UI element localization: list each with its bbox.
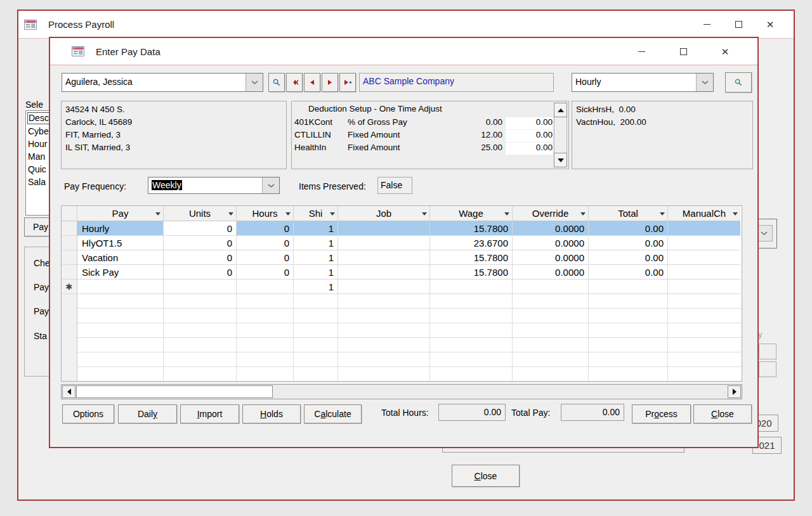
pay-type-search-button[interactable] (725, 72, 752, 93)
column-header-total[interactable]: Total (589, 206, 668, 221)
row-selector[interactable] (62, 265, 77, 280)
combo-dropdown-button[interactable] (246, 74, 263, 91)
column-dropdown-icon[interactable] (504, 212, 509, 216)
minimize-button[interactable] (620, 38, 662, 65)
grid-cell[interactable] (338, 221, 430, 236)
deduction-adjust-input[interactable]: 0.00 (506, 143, 553, 155)
column-header-hours[interactable]: Hours (237, 206, 294, 221)
calculate-button[interactable]: Calculate (304, 404, 362, 423)
grid-cell[interactable]: 0.0000 (513, 221, 589, 236)
grid-cell[interactable] (338, 280, 430, 294)
scroll-up-button[interactable] (554, 103, 567, 117)
combo-dropdown-button[interactable] (262, 177, 279, 193)
maximize-button[interactable] (723, 11, 754, 38)
column-dropdown-icon[interactable] (733, 212, 738, 216)
column-dropdown-icon[interactable] (285, 212, 291, 216)
grid-cell[interactable] (668, 265, 740, 280)
grid-cell[interactable]: 1 (294, 221, 338, 236)
grid-corner-cell[interactable] (62, 206, 77, 221)
grid-cell[interactable]: 1 (294, 236, 338, 250)
previous-record-button[interactable] (304, 73, 320, 92)
grid-cell[interactable] (668, 280, 740, 294)
next-record-button[interactable] (322, 73, 338, 92)
scrollbar-thumb[interactable] (76, 385, 273, 398)
grid-cell[interactable]: 0.00 (589, 221, 668, 236)
column-dropdown-icon[interactable] (330, 212, 335, 216)
employee-combo[interactable]: Aguilera, Jessica (62, 73, 263, 92)
column-header-job[interactable]: Job (338, 206, 430, 221)
grid-cell[interactable]: Vacation (77, 250, 164, 265)
grid-cell[interactable]: HlyOT1.5 (77, 236, 164, 250)
row-selector[interactable] (62, 221, 77, 236)
close-payroll-button[interactable]: Close (452, 465, 520, 487)
grid-cell[interactable] (338, 236, 430, 250)
row-selector[interactable] (62, 236, 77, 250)
column-header-shift[interactable]: Shi (294, 206, 338, 221)
close-dialog-button[interactable]: ✕ (704, 38, 746, 65)
deduction-adjust-input[interactable]: 0.00 (506, 130, 553, 142)
column-dropdown-icon[interactable] (580, 212, 586, 216)
grid-cell[interactable]: 0 (237, 221, 294, 236)
grid-horizontal-scrollbar[interactable] (61, 384, 742, 399)
row-selector[interactable] (62, 250, 77, 265)
column-header-wage[interactable]: Wage (430, 206, 513, 221)
minimize-button[interactable] (691, 11, 723, 38)
import-button[interactable]: Import (180, 404, 239, 423)
daily-button[interactable]: Daily (118, 404, 177, 423)
grid-cell[interactable] (668, 250, 740, 265)
grid-cell[interactable]: 0 (237, 236, 294, 250)
grid-cell[interactable]: 23.6700 (430, 236, 513, 250)
new-record-selector[interactable]: ✱ (62, 280, 77, 294)
grid-cell[interactable]: 1 (294, 265, 338, 280)
scroll-right-button[interactable] (728, 385, 741, 398)
list-item[interactable]: Desc (27, 112, 51, 124)
grid-cell[interactable]: 0 (237, 265, 294, 280)
column-dropdown-icon[interactable] (660, 212, 665, 216)
holds-button[interactable]: Holds (242, 404, 301, 423)
grid-cell[interactable] (77, 280, 164, 294)
column-header-pay[interactable]: Pay (77, 206, 164, 221)
grid-cell[interactable]: 0.00 (589, 236, 668, 250)
grid-cell[interactable]: 1 (294, 250, 338, 265)
column-header-manualcheck[interactable]: ManualCh (668, 206, 740, 221)
grid-cell[interactable]: 15.7800 (430, 221, 513, 236)
grid-cell[interactable]: Sick Pay (77, 265, 164, 280)
grid-cell[interactable] (668, 236, 740, 250)
grid-cell-current[interactable]: 0 (164, 221, 237, 236)
column-header-units[interactable]: Units (164, 206, 237, 221)
scroll-down-button[interactable] (554, 153, 567, 167)
maximize-button[interactable] (662, 38, 704, 65)
grid-cell[interactable] (430, 280, 513, 294)
cancel-record-button[interactable] (286, 73, 303, 92)
grid-cell[interactable]: 0.0000 (513, 265, 589, 280)
close-window-button[interactable]: ✕ (754, 11, 786, 38)
grid-cell[interactable]: 0.0000 (513, 236, 589, 250)
list-item[interactable]: Hour (28, 139, 47, 149)
pay-frequency-combo[interactable]: Weekly (148, 177, 280, 194)
search-record-button[interactable] (268, 73, 285, 92)
deduction-scrollbar[interactable] (554, 103, 567, 167)
grid-cell[interactable] (668, 221, 740, 236)
column-dropdown-icon[interactable] (155, 212, 160, 216)
scroll-left-button[interactable] (62, 385, 75, 398)
pay-type-combo[interactable]: Hourly (572, 73, 714, 92)
column-dropdown-icon[interactable] (228, 212, 233, 216)
grid-cell[interactable]: 0.0000 (513, 250, 589, 265)
close-button[interactable]: Close (693, 404, 752, 423)
list-item[interactable]: Sala (28, 177, 46, 187)
list-item[interactable]: Cybe (28, 126, 49, 136)
grid-cell[interactable] (589, 280, 668, 294)
grid-cell[interactable] (237, 280, 294, 294)
grid-cell[interactable]: 0 (164, 250, 237, 265)
new-record-button[interactable] (339, 73, 356, 92)
grid-cell[interactable] (513, 280, 589, 294)
grid-cell[interactable]: 0 (164, 236, 237, 250)
column-header-override[interactable]: Override (513, 206, 589, 221)
grid-cell[interactable]: 15.7800 (430, 265, 513, 280)
grid-cell[interactable]: 1 (294, 280, 338, 294)
grid-cell[interactable] (338, 265, 430, 280)
list-item[interactable]: Quic (28, 164, 46, 174)
options-button[interactable]: Options (62, 404, 114, 423)
grid-cell[interactable]: 0.00 (589, 265, 668, 280)
grid-cell[interactable]: 0 (237, 250, 294, 265)
